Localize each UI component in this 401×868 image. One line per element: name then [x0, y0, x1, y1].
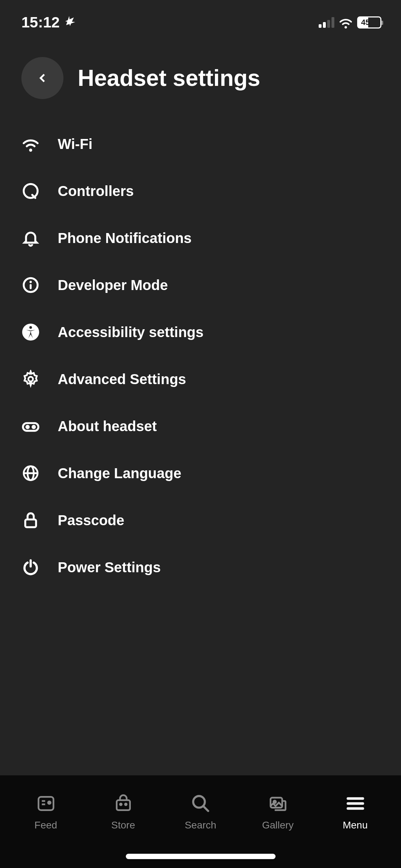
svg-point-4 [24, 184, 38, 198]
settings-label: Developer Mode [58, 277, 168, 293]
wifi-icon [21, 135, 40, 153]
nav-item-menu[interactable]: Menu [317, 793, 394, 831]
settings-item-advanced[interactable]: Advanced Settings [21, 356, 380, 403]
menu-icon [345, 793, 366, 814]
power-icon [21, 558, 40, 577]
settings-label: Wi-Fi [58, 136, 92, 152]
status-time: 15:12 [21, 14, 60, 31]
settings-label: Phone Notifications [58, 230, 192, 246]
settings-item-wifi[interactable]: Wi-Fi [21, 120, 380, 167]
search-icon [190, 793, 211, 814]
svg-point-22 [48, 801, 50, 804]
svg-rect-3 [331, 17, 334, 28]
settings-label: Power Settings [58, 559, 161, 575]
bell-icon [21, 229, 40, 247]
settings-list: Wi-Fi Controllers Phone Notifications [0, 113, 401, 775]
gallery-icon [267, 793, 289, 814]
svg-rect-17 [25, 520, 36, 527]
settings-label: Passcode [58, 512, 124, 528]
settings-item-passcode[interactable]: Passcode [21, 497, 380, 544]
settings-item-controllers[interactable]: Controllers [21, 167, 380, 215]
info-icon [21, 276, 40, 294]
svg-rect-23 [117, 800, 130, 810]
back-button[interactable] [21, 57, 63, 99]
svg-point-25 [125, 804, 127, 805]
page-title: Headset settings [78, 65, 260, 91]
settings-label: About headset [58, 418, 157, 434]
chevron-left-icon [35, 71, 50, 85]
nav-label: Feed [35, 820, 57, 831]
accessibility-icon [21, 323, 40, 341]
nav-label: Store [111, 820, 135, 831]
globe-icon [21, 464, 40, 482]
settings-item-language[interactable]: Change Language [21, 450, 380, 497]
settings-item-power[interactable]: Power Settings [21, 544, 380, 591]
wifi-status-icon [338, 16, 354, 29]
home-indicator[interactable] [126, 854, 276, 859]
feed-icon [35, 793, 57, 814]
nav-label: Menu [343, 820, 367, 831]
cellular-signal-icon [319, 17, 334, 28]
svg-point-10 [29, 377, 33, 382]
nav-item-gallery[interactable]: Gallery [239, 793, 317, 831]
nav-item-store[interactable]: Store [84, 793, 162, 831]
nav-item-feed[interactable]: Feed [7, 793, 84, 831]
svg-rect-19 [38, 797, 53, 810]
location-icon [64, 14, 75, 31]
svg-rect-11 [23, 423, 38, 431]
nav-label: Search [185, 820, 216, 831]
svg-rect-1 [323, 22, 326, 28]
svg-point-9 [29, 326, 32, 329]
lock-icon [21, 511, 40, 529]
settings-item-developer[interactable]: Developer Mode [21, 262, 380, 309]
settings-label: Accessibility settings [58, 324, 204, 340]
status-right: 45 [319, 16, 381, 29]
status-bar: 15:12 45 [0, 0, 401, 39]
settings-item-about[interactable]: About headset [21, 403, 380, 450]
svg-point-29 [273, 801, 276, 803]
nav-label: Gallery [262, 820, 294, 831]
svg-point-24 [120, 804, 122, 805]
gear-icon [21, 370, 40, 388]
nav-item-search[interactable]: Search [162, 793, 239, 831]
header: Headset settings [0, 39, 401, 113]
status-left: 15:12 [21, 14, 75, 31]
settings-item-notifications[interactable]: Phone Notifications [21, 215, 380, 262]
controller-icon [21, 182, 40, 200]
svg-point-12 [26, 426, 29, 428]
settings-label: Advanced Settings [58, 371, 186, 387]
headset-icon [21, 417, 40, 435]
settings-item-accessibility[interactable]: Accessibility settings [21, 309, 380, 356]
store-icon [113, 793, 134, 814]
settings-label: Controllers [58, 183, 134, 199]
battery-icon: 45 [357, 16, 381, 29]
svg-rect-0 [319, 24, 322, 28]
svg-point-13 [32, 426, 35, 428]
settings-label: Change Language [58, 465, 181, 481]
svg-line-27 [203, 806, 208, 811]
svg-rect-2 [327, 20, 330, 28]
